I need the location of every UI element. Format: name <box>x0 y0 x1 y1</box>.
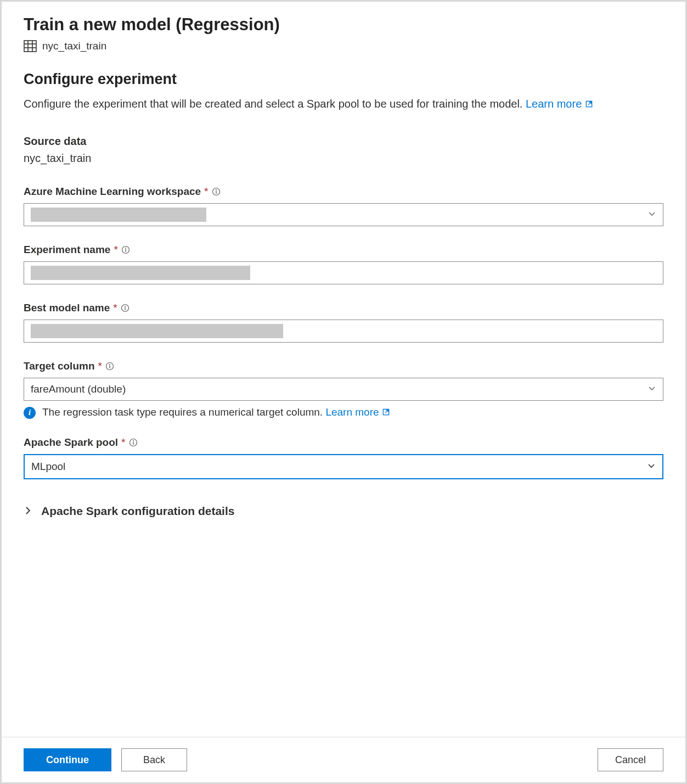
target-column-hint: i The regression task type requires a nu… <box>24 406 663 419</box>
info-icon[interactable] <box>129 438 138 447</box>
chevron-down-icon <box>647 209 656 221</box>
learn-more-link[interactable]: Learn more <box>526 98 593 110</box>
external-link-icon <box>585 96 593 113</box>
info-icon[interactable] <box>212 187 221 196</box>
cancel-button[interactable]: Cancel <box>598 748 663 771</box>
workspace-value-redacted <box>31 208 206 222</box>
target-column-dropdown[interactable]: fareAmount (double) <box>24 378 663 401</box>
dialog-train-model: Train a new model (Regression) nyc_taxi_… <box>0 0 687 784</box>
chevron-down-icon <box>647 383 656 395</box>
hint-learn-more-link[interactable]: Learn more <box>325 406 390 418</box>
info-icon[interactable] <box>121 245 130 254</box>
experiment-label-row: Experiment name * <box>24 244 663 256</box>
svg-rect-0 <box>24 41 36 52</box>
field-spark-pool: Apache Spark pool * MLpool <box>24 436 663 479</box>
workspace-dropdown[interactable] <box>24 203 663 226</box>
field-best-model: Best model name * <box>24 302 663 343</box>
info-badge-icon: i <box>24 407 36 419</box>
continue-button[interactable]: Continue <box>24 748 111 771</box>
info-icon[interactable] <box>105 362 114 371</box>
section-description-text: Configure the experiment that will be cr… <box>24 98 526 110</box>
workspace-label: Azure Machine Learning workspace <box>24 186 201 198</box>
field-target-column: Target column * fareAmount (double) i Th… <box>24 360 663 419</box>
svg-rect-14 <box>125 307 125 310</box>
section-description: Configure the experiment that will be cr… <box>24 96 663 113</box>
chevron-down-icon <box>647 461 656 473</box>
expander-label: Apache Spark configuration details <box>41 505 234 518</box>
required-marker: * <box>121 436 125 449</box>
target-column-value: fareAmount (double) <box>31 383 126 395</box>
svg-point-7 <box>216 189 217 191</box>
dataset-row: nyc_taxi_train <box>24 40 663 52</box>
experiment-label: Experiment name <box>24 244 110 256</box>
workspace-label-row: Azure Machine Learning workspace * <box>24 186 663 198</box>
dialog-body: Train a new model (Regression) nyc_taxi_… <box>2 2 685 737</box>
best-model-label: Best model name <box>24 302 110 314</box>
field-experiment: Experiment name * <box>24 244 663 284</box>
required-marker: * <box>114 244 117 256</box>
chevron-right-icon <box>24 505 32 518</box>
section-heading: Configure experiment <box>24 71 663 88</box>
svg-point-10 <box>125 248 126 249</box>
hint-pretext: The regression task type requires a nume… <box>42 406 325 418</box>
field-workspace: Azure Machine Learning workspace * <box>24 186 663 226</box>
svg-rect-8 <box>216 191 216 194</box>
info-icon[interactable] <box>121 304 129 312</box>
hint-link-label: Learn more <box>325 406 379 418</box>
external-link-icon <box>382 407 390 419</box>
svg-rect-17 <box>109 366 110 368</box>
best-model-label-row: Best model name * <box>24 302 663 314</box>
svg-rect-21 <box>133 442 133 445</box>
svg-point-16 <box>109 364 110 365</box>
source-data-label: Source data <box>24 135 663 148</box>
table-icon <box>24 40 37 52</box>
page-title: Train a new model (Regression) <box>24 15 663 35</box>
spark-pool-value: MLpool <box>31 461 65 473</box>
experiment-value-redacted <box>31 266 250 280</box>
spark-pool-label-row: Apache Spark pool * <box>24 436 663 449</box>
target-column-label: Target column <box>24 360 95 372</box>
dataset-name: nyc_taxi_train <box>42 40 106 52</box>
required-marker: * <box>113 302 117 314</box>
source-data-value: nyc_taxi_train <box>24 152 663 165</box>
best-model-value-redacted <box>31 324 283 338</box>
spark-pool-dropdown[interactable]: MLpool <box>24 454 663 479</box>
learn-more-label: Learn more <box>526 98 582 110</box>
target-column-label-row: Target column * <box>24 360 663 372</box>
svg-point-20 <box>133 440 134 441</box>
required-marker: * <box>98 360 102 372</box>
required-marker: * <box>204 186 208 198</box>
back-button[interactable]: Back <box>121 748 187 771</box>
svg-rect-11 <box>125 249 126 252</box>
spark-config-expander[interactable]: Apache Spark configuration details <box>24 505 663 518</box>
svg-point-13 <box>125 306 126 307</box>
best-model-input[interactable] <box>24 320 663 343</box>
spark-pool-label: Apache Spark pool <box>24 436 118 449</box>
experiment-input[interactable] <box>24 261 663 284</box>
hint-text: The regression task type requires a nume… <box>42 406 390 419</box>
dialog-footer: Continue Back Cancel <box>2 737 685 782</box>
